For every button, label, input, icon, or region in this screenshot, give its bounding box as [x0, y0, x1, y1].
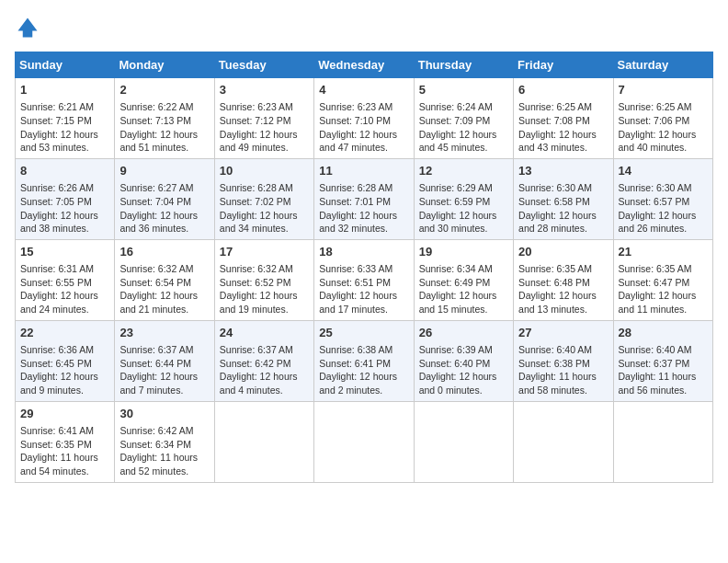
- calendar-cell: 9Sunrise: 6:27 AM Sunset: 7:04 PM Daylig…: [115, 158, 214, 239]
- cell-sun-info: Sunrise: 6:37 AM Sunset: 6:44 PM Dayligh…: [119, 343, 209, 397]
- calendar-cell: 19Sunrise: 6:34 AM Sunset: 6:49 PM Dayli…: [414, 239, 513, 320]
- cell-sun-info: Sunrise: 6:40 AM Sunset: 6:37 PM Dayligh…: [619, 343, 708, 397]
- day-number: 16: [119, 244, 209, 260]
- cell-sun-info: Sunrise: 6:28 AM Sunset: 7:01 PM Dayligh…: [319, 181, 408, 236]
- day-number: 24: [220, 325, 309, 341]
- day-number: 9: [119, 163, 209, 179]
- calendar-cell: [414, 401, 513, 482]
- calendar-cell: 8Sunrise: 6:26 AM Sunset: 7:05 PM Daylig…: [16, 158, 115, 239]
- calendar-header-row: SundayMondayTuesdayWednesdayThursdayFrid…: [16, 52, 713, 78]
- day-of-week-header: Saturday: [613, 52, 712, 78]
- day-number: 30: [119, 406, 209, 422]
- calendar-cell: 23Sunrise: 6:37 AM Sunset: 6:44 PM Dayli…: [115, 320, 214, 401]
- day-number: 10: [220, 163, 309, 179]
- day-number: 23: [119, 325, 209, 341]
- cell-sun-info: Sunrise: 6:38 AM Sunset: 6:41 PM Dayligh…: [319, 343, 408, 397]
- day-number: 18: [319, 244, 408, 260]
- day-number: 21: [619, 244, 708, 260]
- calendar-cell: 1Sunrise: 6:21 AM Sunset: 7:15 PM Daylig…: [16, 78, 115, 159]
- day-number: 28: [619, 325, 708, 341]
- cell-sun-info: Sunrise: 6:23 AM Sunset: 7:12 PM Dayligh…: [220, 100, 309, 155]
- logo-icon: [15, 15, 40, 40]
- day-number: 7: [619, 82, 708, 98]
- cell-sun-info: Sunrise: 6:31 AM Sunset: 6:55 PM Dayligh…: [20, 262, 109, 316]
- cell-sun-info: Sunrise: 6:40 AM Sunset: 6:38 PM Dayligh…: [518, 343, 608, 397]
- calendar-cell: 5Sunrise: 6:24 AM Sunset: 7:09 PM Daylig…: [414, 78, 513, 159]
- day-number: 4: [319, 82, 408, 98]
- calendar-cell: 20Sunrise: 6:35 AM Sunset: 6:48 PM Dayli…: [514, 239, 613, 320]
- calendar-cell: [613, 401, 712, 482]
- calendar-cell: 21Sunrise: 6:35 AM Sunset: 6:47 PM Dayli…: [613, 239, 712, 320]
- calendar-cell: 14Sunrise: 6:30 AM Sunset: 6:57 PM Dayli…: [613, 158, 712, 239]
- cell-sun-info: Sunrise: 6:33 AM Sunset: 6:51 PM Dayligh…: [319, 262, 408, 316]
- calendar-cell: [314, 401, 414, 482]
- day-number: 2: [119, 82, 209, 98]
- calendar-cell: 27Sunrise: 6:40 AM Sunset: 6:38 PM Dayli…: [514, 320, 613, 401]
- calendar-cell: 12Sunrise: 6:29 AM Sunset: 6:59 PM Dayli…: [414, 158, 513, 239]
- day-number: 5: [419, 82, 508, 98]
- day-number: 13: [518, 163, 608, 179]
- day-number: 3: [220, 82, 309, 98]
- calendar-cell: 11Sunrise: 6:28 AM Sunset: 7:01 PM Dayli…: [314, 158, 414, 239]
- day-number: 8: [20, 163, 109, 179]
- svg-marker-0: [18, 18, 38, 38]
- calendar-cell: 30Sunrise: 6:42 AM Sunset: 6:34 PM Dayli…: [115, 401, 214, 482]
- day-of-week-header: Wednesday: [314, 52, 414, 78]
- day-of-week-header: Friday: [514, 52, 613, 78]
- day-number: 22: [20, 325, 109, 341]
- cell-sun-info: Sunrise: 6:32 AM Sunset: 6:54 PM Dayligh…: [119, 262, 209, 316]
- calendar-cell: 4Sunrise: 6:23 AM Sunset: 7:10 PM Daylig…: [314, 78, 414, 159]
- cell-sun-info: Sunrise: 6:35 AM Sunset: 6:48 PM Dayligh…: [518, 262, 608, 316]
- calendar-cell: 3Sunrise: 6:23 AM Sunset: 7:12 PM Daylig…: [214, 78, 313, 159]
- calendar-cell: 24Sunrise: 6:37 AM Sunset: 6:42 PM Dayli…: [214, 320, 313, 401]
- cell-sun-info: Sunrise: 6:28 AM Sunset: 7:02 PM Dayligh…: [220, 181, 309, 236]
- cell-sun-info: Sunrise: 6:25 AM Sunset: 7:06 PM Dayligh…: [619, 100, 708, 155]
- cell-sun-info: Sunrise: 6:26 AM Sunset: 7:05 PM Dayligh…: [20, 181, 109, 236]
- cell-sun-info: Sunrise: 6:22 AM Sunset: 7:13 PM Dayligh…: [119, 100, 209, 155]
- calendar-cell: [214, 401, 313, 482]
- day-number: 12: [419, 163, 508, 179]
- day-of-week-header: Monday: [115, 52, 214, 78]
- calendar-week-row: 15Sunrise: 6:31 AM Sunset: 6:55 PM Dayli…: [16, 239, 713, 320]
- calendar-cell: 29Sunrise: 6:41 AM Sunset: 6:35 PM Dayli…: [16, 401, 115, 482]
- calendar-table: SundayMondayTuesdayWednesdayThursdayFrid…: [15, 52, 713, 483]
- day-number: 11: [319, 163, 408, 179]
- calendar-cell: 17Sunrise: 6:32 AM Sunset: 6:52 PM Dayli…: [214, 239, 313, 320]
- cell-sun-info: Sunrise: 6:25 AM Sunset: 7:08 PM Dayligh…: [518, 100, 608, 155]
- day-number: 19: [419, 244, 508, 260]
- day-number: 27: [518, 325, 608, 341]
- calendar-cell: 13Sunrise: 6:30 AM Sunset: 6:58 PM Dayli…: [514, 158, 613, 239]
- calendar-cell: 15Sunrise: 6:31 AM Sunset: 6:55 PM Dayli…: [16, 239, 115, 320]
- calendar-cell: [514, 401, 613, 482]
- day-number: 1: [20, 82, 109, 98]
- calendar-cell: 18Sunrise: 6:33 AM Sunset: 6:51 PM Dayli…: [314, 239, 414, 320]
- calendar-week-row: 8Sunrise: 6:26 AM Sunset: 7:05 PM Daylig…: [16, 158, 713, 239]
- cell-sun-info: Sunrise: 6:24 AM Sunset: 7:09 PM Dayligh…: [419, 100, 508, 155]
- calendar-cell: 25Sunrise: 6:38 AM Sunset: 6:41 PM Dayli…: [314, 320, 414, 401]
- day-number: 17: [220, 244, 309, 260]
- day-number: 20: [518, 244, 608, 260]
- day-number: 29: [20, 406, 109, 422]
- day-of-week-header: Sunday: [16, 52, 115, 78]
- logo: [15, 15, 44, 40]
- cell-sun-info: Sunrise: 6:34 AM Sunset: 6:49 PM Dayligh…: [419, 262, 508, 316]
- cell-sun-info: Sunrise: 6:21 AM Sunset: 7:15 PM Dayligh…: [20, 100, 109, 155]
- cell-sun-info: Sunrise: 6:30 AM Sunset: 6:57 PM Dayligh…: [619, 181, 708, 236]
- cell-sun-info: Sunrise: 6:42 AM Sunset: 6:34 PM Dayligh…: [119, 424, 209, 478]
- cell-sun-info: Sunrise: 6:37 AM Sunset: 6:42 PM Dayligh…: [220, 343, 309, 397]
- day-number: 25: [319, 325, 408, 341]
- calendar-cell: 28Sunrise: 6:40 AM Sunset: 6:37 PM Dayli…: [613, 320, 712, 401]
- cell-sun-info: Sunrise: 6:36 AM Sunset: 6:45 PM Dayligh…: [20, 343, 109, 397]
- day-number: 26: [419, 325, 508, 341]
- day-of-week-header: Thursday: [414, 52, 513, 78]
- day-number: 14: [619, 163, 708, 179]
- calendar-cell: 7Sunrise: 6:25 AM Sunset: 7:06 PM Daylig…: [613, 78, 712, 159]
- calendar-cell: 26Sunrise: 6:39 AM Sunset: 6:40 PM Dayli…: [414, 320, 513, 401]
- calendar-week-row: 1Sunrise: 6:21 AM Sunset: 7:15 PM Daylig…: [16, 78, 713, 159]
- cell-sun-info: Sunrise: 6:29 AM Sunset: 6:59 PM Dayligh…: [419, 181, 508, 236]
- day-number: 6: [518, 82, 608, 98]
- page-header: [15, 15, 713, 40]
- cell-sun-info: Sunrise: 6:35 AM Sunset: 6:47 PM Dayligh…: [619, 262, 708, 316]
- calendar-cell: 6Sunrise: 6:25 AM Sunset: 7:08 PM Daylig…: [514, 78, 613, 159]
- cell-sun-info: Sunrise: 6:32 AM Sunset: 6:52 PM Dayligh…: [220, 262, 309, 316]
